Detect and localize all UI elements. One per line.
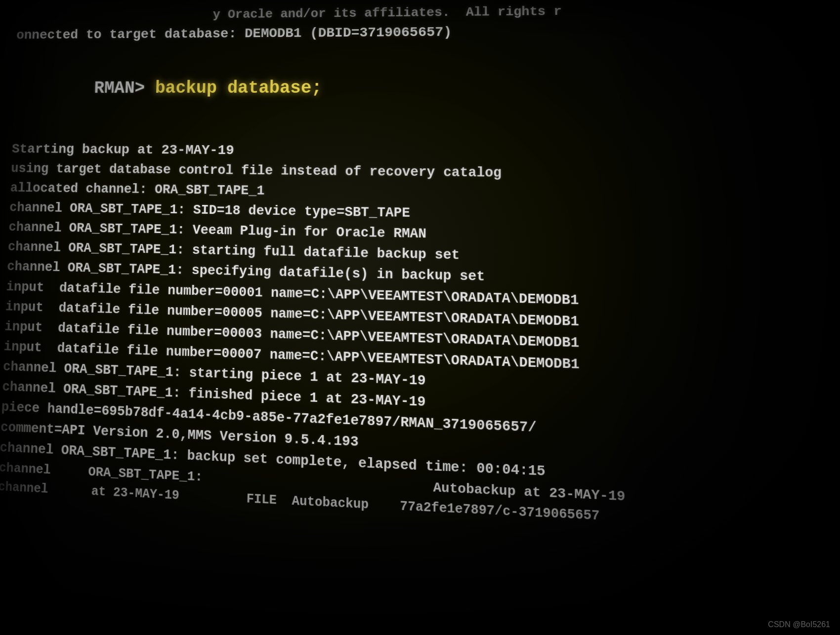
terminal-content: y Oracle and/or its affiliates. All righ… xyxy=(0,0,840,635)
terminal-screen: y Oracle and/or its affiliates. All righ… xyxy=(0,0,840,635)
rman-label: RMAN> xyxy=(94,79,155,98)
line-rman-prompt: RMAN> backup database; xyxy=(13,42,840,133)
watermark: CSDN @BoI5261 xyxy=(768,620,830,629)
rman-command: backup database; xyxy=(155,78,322,98)
